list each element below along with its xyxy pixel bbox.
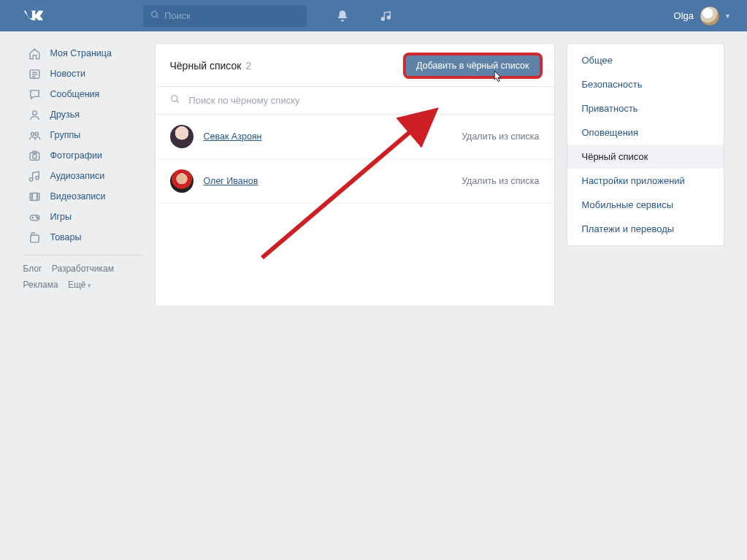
- sidebar-item-label: Друзья: [50, 110, 80, 120]
- photo-icon: [28, 148, 42, 163]
- sidebar-item-friends[interactable]: Друзья: [23, 104, 143, 125]
- left-sidebar: Моя СтраницаНовостиСообщенияДрузьяГруппы…: [23, 43, 143, 307]
- svg-point-14: [29, 177, 32, 180]
- svg-point-18: [31, 196, 32, 196]
- svg-point-3: [387, 16, 390, 19]
- chevron-down-icon: ▾: [726, 12, 729, 20]
- avatar[interactable]: [170, 125, 194, 148]
- sidebar-item-label: Аудиозаписи: [50, 171, 105, 181]
- blacklist-row: Олег ИвановУдалить из списка: [156, 159, 554, 204]
- home-icon: [28, 46, 42, 61]
- add-to-blacklist-button[interactable]: Добавить в чёрный список: [406, 55, 539, 76]
- svg-point-9: [31, 132, 34, 135]
- market-icon: [28, 230, 42, 245]
- avatar[interactable]: [170, 169, 194, 193]
- svg-point-22: [37, 198, 37, 199]
- svg-point-12: [33, 154, 37, 158]
- settings-item-7[interactable]: Платежи и переводы: [567, 217, 724, 241]
- svg-point-10: [35, 132, 38, 135]
- settings-sidebar: ОбщееБезопасностьПриватностьОповещенияЧё…: [567, 43, 724, 246]
- sidebar-item-label: Новости: [50, 69, 85, 79]
- vk-logo[interactable]: [23, 9, 143, 23]
- add-button-label: Добавить в чёрный список: [416, 61, 529, 71]
- blacklist-row: Севак АзроянУдалить из списка: [156, 115, 554, 159]
- settings-item-2[interactable]: Приватность: [567, 96, 724, 120]
- sidebar-item-photo[interactable]: Фотографии: [23, 145, 143, 166]
- remove-from-list-link[interactable]: Удалить из списка: [461, 131, 539, 142]
- sidebar-item-msg[interactable]: Сообщения: [23, 84, 143, 104]
- blacklist-count: 2: [245, 60, 251, 72]
- sidebar-item-market[interactable]: Товары: [23, 227, 143, 248]
- notifications-icon[interactable]: [334, 8, 350, 24]
- video-icon: [28, 189, 42, 204]
- settings-item-6[interactable]: Мобильные сервисы: [567, 193, 724, 217]
- panel-header: Чёрный список 2 Добавить в чёрный список: [156, 44, 554, 87]
- svg-point-15: [36, 176, 39, 179]
- svg-point-27: [37, 218, 38, 218]
- game-icon: [28, 210, 42, 224]
- svg-point-21: [37, 196, 37, 196]
- svg-point-8: [33, 110, 37, 115]
- header-search[interactable]: [143, 5, 307, 27]
- settings-item-4[interactable]: Чёрный список: [567, 145, 724, 169]
- audio-icon: [28, 169, 42, 183]
- svg-point-0: [152, 11, 158, 17]
- sidebar-item-label: Группы: [50, 130, 81, 140]
- sidebar-item-label: Сообщения: [50, 89, 100, 99]
- remove-from-list-link[interactable]: Удалить из списка: [461, 176, 539, 186]
- avatar: [700, 6, 720, 26]
- sidebar-item-label: Видеозаписи: [50, 191, 106, 202]
- svg-point-20: [37, 193, 37, 194]
- sidebar-item-label: Моя Страница: [50, 48, 112, 58]
- svg-line-30: [176, 101, 178, 103]
- link-ads[interactable]: Реклама: [23, 280, 58, 290]
- footer-links: Блог Разработчикам Реклама Ещё: [23, 255, 143, 293]
- search-icon: [170, 94, 180, 107]
- sidebar-item-audio[interactable]: Аудиозаписи: [23, 166, 143, 186]
- svg-point-2: [381, 18, 384, 20]
- search-input[interactable]: [164, 10, 288, 21]
- blacklist-panel: Чёрный список 2 Добавить в чёрный список…: [155, 43, 555, 307]
- settings-item-5[interactable]: Настройки приложений: [567, 169, 724, 193]
- person-name-link[interactable]: Севак Азроян: [204, 131, 262, 142]
- svg-line-1: [156, 16, 158, 18]
- sidebar-item-groups[interactable]: Группы: [23, 125, 143, 145]
- sidebar-item-news[interactable]: Новости: [23, 64, 143, 84]
- link-devs[interactable]: Разработчикам: [52, 264, 114, 274]
- cursor-icon: [492, 70, 504, 85]
- user-menu[interactable]: Olga ▾: [674, 6, 729, 26]
- person-name-link[interactable]: Олег Иванов: [204, 176, 258, 186]
- svg-rect-28: [31, 234, 39, 242]
- page-title: Чёрный список: [170, 60, 242, 72]
- sidebar-item-game[interactable]: Игры: [23, 207, 143, 227]
- blacklist-search-input[interactable]: [189, 95, 540, 106]
- settings-item-3[interactable]: Оповещения: [567, 120, 724, 145]
- user-name: Olga: [674, 10, 694, 21]
- groups-icon: [28, 128, 42, 142]
- sidebar-item-label: Игры: [50, 212, 72, 222]
- top-header: Olga ▾: [0, 0, 747, 31]
- msg-icon: [28, 87, 42, 101]
- svg-point-19: [31, 198, 32, 199]
- news-icon: [28, 66, 42, 81]
- music-icon[interactable]: [378, 8, 394, 24]
- sidebar-item-home[interactable]: Моя Страница: [23, 43, 143, 64]
- svg-rect-13: [33, 151, 37, 153]
- sidebar-item-label: Фотографии: [50, 150, 102, 161]
- blacklist-search[interactable]: [156, 87, 554, 115]
- settings-item-0[interactable]: Общее: [567, 48, 724, 72]
- sidebar-item-label: Товары: [50, 232, 82, 242]
- link-more[interactable]: Ещё: [68, 280, 91, 290]
- link-blog[interactable]: Блог: [23, 264, 42, 274]
- svg-point-17: [31, 193, 32, 194]
- sidebar-item-video[interactable]: Видеозаписи: [23, 186, 143, 207]
- search-icon: [150, 10, 160, 22]
- svg-point-29: [171, 96, 177, 101]
- friends-icon: [28, 107, 42, 122]
- settings-item-1[interactable]: Безопасность: [567, 72, 724, 96]
